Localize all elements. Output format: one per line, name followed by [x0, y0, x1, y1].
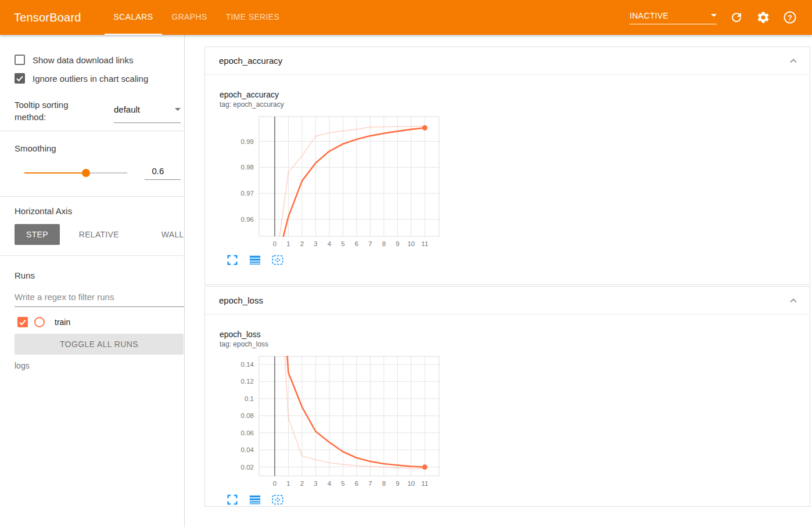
- checkbox-unchecked-icon: [15, 55, 25, 65]
- svg-text:2: 2: [300, 240, 304, 247]
- card-epoch-accuracy: epoch_accuracy epoch_accuracy tag: epoch…: [204, 46, 810, 285]
- card-header: epoch_accuracy: [205, 47, 810, 75]
- svg-text:0.08: 0.08: [241, 412, 254, 419]
- tooltip-sorting-value: default: [114, 104, 140, 114]
- slider-fill: [24, 172, 86, 174]
- runs-directory-label: logs: [15, 361, 181, 370]
- refresh-icon[interactable]: [730, 10, 743, 24]
- svg-text:6: 6: [355, 240, 358, 247]
- chart-title: epoch_loss: [220, 330, 810, 339]
- toggle-y-axis-icon[interactable]: [249, 254, 261, 266]
- svg-text:9: 9: [396, 240, 399, 247]
- svg-text:0.14: 0.14: [241, 361, 254, 368]
- help-icon[interactable]: ?: [783, 10, 797, 24]
- smoothing-slider[interactable]: [24, 169, 127, 177]
- svg-text:6: 6: [355, 480, 358, 487]
- svg-text:0.06: 0.06: [241, 429, 254, 436]
- svg-text:1: 1: [286, 240, 290, 247]
- card-title: epoch_loss: [219, 295, 263, 305]
- chevron-up-icon[interactable]: [785, 53, 802, 69]
- svg-text:0.12: 0.12: [241, 378, 254, 385]
- axis-button-step[interactable]: STEP: [15, 224, 60, 245]
- app-header: TensorBoard SCALARS GRAPHS TIME SERIES I…: [0, 0, 812, 35]
- svg-text:8: 8: [382, 240, 386, 247]
- checkbox-checked-icon: [15, 73, 25, 84]
- tooltip-sorting-select[interactable]: default: [114, 100, 181, 123]
- svg-text:2: 2: [300, 480, 304, 487]
- svg-text:0: 0: [273, 480, 276, 487]
- smoothing-label: Smoothing: [15, 143, 181, 153]
- chart-toolbar: [226, 493, 810, 506]
- svg-text:10: 10: [407, 480, 415, 487]
- svg-text:3: 3: [314, 240, 317, 247]
- runs-title: Runs: [15, 270, 181, 280]
- svg-text:0.1: 0.1: [245, 395, 254, 402]
- svg-text:0.98: 0.98: [241, 164, 254, 171]
- svg-text:5: 5: [341, 480, 344, 487]
- show-download-links-checkbox[interactable]: Show data download links: [15, 55, 181, 65]
- app-logo: TensorBoard: [14, 11, 81, 24]
- svg-text:0.97: 0.97: [241, 190, 254, 197]
- svg-text:10: 10: [407, 240, 415, 247]
- tab-bar: SCALARS GRAPHS TIME SERIES: [105, 0, 289, 35]
- card-epoch-loss: epoch_loss epoch_loss tag: epoch_loss 0.…: [204, 286, 810, 507]
- slider-thumb[interactable]: [82, 169, 90, 177]
- svg-text:3: 3: [314, 480, 317, 487]
- tab-scalars[interactable]: SCALARS: [105, 0, 163, 35]
- run-checkbox[interactable]: [17, 317, 28, 327]
- svg-text:11: 11: [421, 240, 428, 247]
- data-status-select[interactable]: INACTIVE: [630, 11, 717, 24]
- tab-time-series[interactable]: TIME SERIES: [217, 0, 289, 35]
- checkbox-label: Show data download links: [33, 55, 133, 65]
- run-label: train: [55, 317, 70, 327]
- run-isolate-icon[interactable]: [34, 317, 45, 327]
- svg-text:0.04: 0.04: [241, 446, 254, 453]
- expand-chart-icon[interactable]: [226, 254, 239, 266]
- axis-button-relative[interactable]: RELATIVE: [67, 224, 131, 245]
- svg-text:7: 7: [368, 240, 372, 247]
- run-row-train: train: [15, 317, 181, 327]
- expand-chart-icon[interactable]: [226, 493, 239, 506]
- card-header: epoch_loss: [205, 287, 810, 315]
- smoothing-value-input[interactable]: 0.6: [145, 166, 181, 180]
- chart-tag: tag: epoch_accuracy: [220, 100, 810, 109]
- svg-text:1: 1: [286, 480, 290, 487]
- toggle-y-axis-icon[interactable]: [249, 493, 261, 506]
- scalar-chart-epoch-loss[interactable]: 0.020.040.060.080.10.120.140123456789101…: [214, 354, 441, 489]
- toggle-all-runs-button[interactable]: TOGGLE ALL RUNS: [15, 334, 184, 355]
- svg-text:7: 7: [368, 480, 372, 487]
- svg-text:5: 5: [341, 240, 344, 247]
- data-status-value: INACTIVE: [630, 11, 669, 20]
- dashboard-main: epoch_accuracy epoch_accuracy tag: epoch…: [185, 35, 812, 527]
- fit-domain-icon[interactable]: [271, 254, 284, 266]
- dropdown-caret-icon: [711, 14, 717, 17]
- svg-text:8: 8: [382, 480, 386, 487]
- settings-gear-icon[interactable]: [756, 10, 770, 24]
- chart-tag: tag: epoch_loss: [220, 340, 810, 348]
- chart-title: epoch_accuracy: [220, 90, 810, 99]
- svg-text:11: 11: [421, 480, 428, 487]
- checkbox-label: Ignore outliers in chart scaling: [33, 74, 148, 84]
- svg-text:0: 0: [273, 240, 276, 247]
- axis-button-wall[interactable]: WALL: [150, 224, 185, 245]
- chart-toolbar: [226, 254, 810, 266]
- chevron-up-icon[interactable]: [785, 293, 802, 309]
- ignore-outliers-checkbox[interactable]: Ignore outliers in chart scaling: [15, 73, 181, 84]
- header-actions: INACTIVE ?: [630, 0, 797, 35]
- runs-filter-input[interactable]: [15, 290, 184, 307]
- card-title: epoch_accuracy: [219, 56, 282, 66]
- svg-text:0.99: 0.99: [241, 138, 254, 145]
- svg-text:0.96: 0.96: [241, 216, 254, 223]
- svg-text:4: 4: [328, 240, 332, 247]
- dropdown-caret-icon: [175, 108, 181, 111]
- tab-graphs[interactable]: GRAPHS: [162, 0, 216, 35]
- svg-text:4: 4: [328, 480, 332, 487]
- svg-text:0.02: 0.02: [241, 464, 254, 471]
- horizontal-axis-label: Horizontal Axis: [15, 206, 181, 216]
- svg-text:?: ?: [788, 14, 792, 22]
- tooltip-sorting-label: Tooltip sorting method:: [15, 99, 93, 123]
- fit-domain-icon[interactable]: [271, 493, 284, 506]
- scalar-chart-epoch-accuracy[interactable]: 0.960.970.980.9901234567891011: [214, 114, 441, 249]
- svg-text:9: 9: [396, 480, 399, 487]
- settings-sidebar: Show data download links Ignore outliers…: [0, 35, 185, 527]
